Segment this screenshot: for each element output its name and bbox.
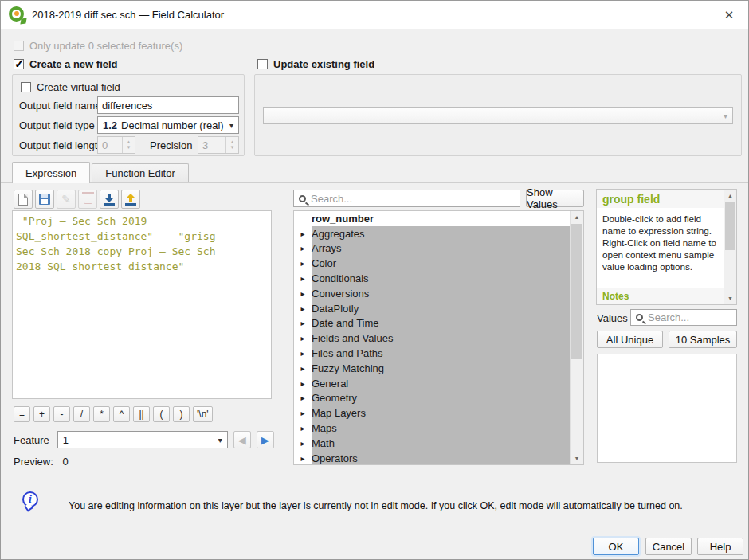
save-expression-button[interactable] — [35, 190, 54, 209]
values-search[interactable] — [630, 309, 737, 326]
expand-arrow-icon[interactable]: ▸ — [300, 409, 304, 417]
feature-select[interactable]: 1 ▾ — [57, 431, 228, 448]
export-expression-icon — [125, 194, 136, 206]
function-list: row_number▸Aggregates▸Arrays▸Color▸Condi… — [293, 210, 584, 465]
operator-button[interactable]: ) — [173, 406, 190, 422]
expression-toolbar: ✎ — [14, 190, 140, 209]
create-new-field-checkbox[interactable]: Create a new field — [14, 58, 118, 70]
precision-label: Precision — [150, 139, 192, 151]
feature-label: Feature — [14, 434, 49, 446]
operator-button[interactable]: + — [33, 406, 50, 422]
create-new-field-label: Create a new field — [29, 58, 118, 70]
operator-button[interactable]: - — [53, 406, 70, 422]
scroll-up-icon[interactable]: ▲ — [724, 190, 736, 202]
expand-arrow-icon[interactable]: ▸ — [300, 244, 304, 253]
update-existing-field-checkbox[interactable]: Update existing field — [257, 58, 374, 70]
expand-arrow-icon[interactable]: ▸ — [300, 349, 304, 358]
function-help-panel: group field Double-click to add field na… — [596, 189, 737, 305]
edit-expression-icon: ✎ — [61, 193, 71, 206]
function-group-conditionals[interactable]: ▸Conditionals — [294, 271, 570, 286]
expand-arrow-icon[interactable]: ▸ — [300, 259, 304, 268]
scroll-up-icon[interactable]: ▲ — [571, 211, 583, 223]
output-field-length-stepper[interactable]: 0 ▲▼ — [97, 136, 135, 154]
function-group-arrays[interactable]: ▸Arrays — [294, 241, 570, 257]
expand-arrow-icon[interactable]: ▸ — [300, 229, 304, 238]
tab-bar: ExpressionFunction Editor — [12, 163, 190, 183]
help-button[interactable]: Help — [697, 538, 743, 555]
expand-arrow-icon[interactable]: ▸ — [300, 454, 304, 463]
delete-expression-button — [78, 190, 97, 209]
function-group-fuzzy-matching[interactable]: ▸Fuzzy Matching — [294, 361, 570, 376]
expand-arrow-icon[interactable]: ▸ — [300, 364, 304, 373]
tree-gutter — [294, 211, 312, 226]
function-group-math[interactable]: ▸Math — [294, 436, 570, 451]
function-group-map-layers[interactable]: ▸Map Layers — [294, 405, 570, 421]
only-update-label: Only update 0 selected feature(s) — [29, 40, 182, 52]
operator-button[interactable]: ^ — [113, 406, 130, 422]
function-group-geometry[interactable]: ▸Geometry — [294, 391, 570, 406]
ok-button[interactable]: OK — [593, 538, 639, 555]
expand-arrow-icon[interactable]: ▸ — [300, 289, 304, 298]
values-search-input[interactable] — [648, 311, 731, 323]
scrollbar-thumb[interactable] — [571, 224, 582, 359]
export-expression-button[interactable] — [121, 190, 140, 209]
output-field-name-input[interactable]: differences — [97, 96, 239, 114]
expand-arrow-icon[interactable]: ▸ — [300, 304, 304, 313]
create-virtual-field-label: Create virtual field — [37, 81, 120, 93]
output-field-type-select[interactable]: 1.2 Decimal number (real) ▾ — [97, 116, 239, 134]
function-group-files-and-paths[interactable]: ▸Files and Paths — [294, 346, 570, 361]
checkbox-icon — [21, 82, 31, 92]
expand-arrow-icon[interactable]: ▸ — [300, 379, 304, 388]
cancel-button[interactable]: Cancel — [645, 538, 692, 555]
feature-value: 1 — [63, 434, 69, 446]
expand-arrow-icon[interactable]: ▸ — [300, 274, 304, 283]
tab-function-editor[interactable]: Function Editor — [92, 163, 188, 183]
operator-button[interactable]: * — [93, 406, 110, 422]
operator-button[interactable]: '\n' — [193, 406, 213, 422]
scroll-down-icon[interactable]: ▼ — [724, 292, 736, 304]
expression-editor[interactable]: "Proj — Sec Sch 2019 SQL_shortest_distan… — [12, 210, 272, 399]
feature-row: Feature 1 ▾ ◀ ▶ — [14, 431, 274, 448]
existing-field-select[interactable]: ▾ — [263, 107, 733, 124]
expand-arrow-icon[interactable]: ▸ — [300, 424, 304, 433]
function-group-dataplotly[interactable]: ▸DataPlotly — [294, 301, 570, 316]
operator-button[interactable]: = — [14, 406, 30, 422]
function-search[interactable] — [293, 190, 520, 207]
function-list-scrollbar[interactable]: ▲ ▼ — [570, 211, 583, 464]
values-list[interactable] — [597, 354, 737, 463]
function-group-date-and-time[interactable]: ▸Date and Time — [294, 316, 570, 331]
only-update-checkbox[interactable]: Only update 0 selected feature(s) — [14, 40, 182, 52]
operator-button[interactable]: ( — [153, 406, 170, 422]
function-group-aggregates[interactable]: ▸Aggregates — [294, 226, 570, 241]
ten-samples-button[interactable]: 10 Samples — [669, 331, 737, 348]
function-group-general[interactable]: ▸General — [294, 376, 570, 391]
expand-arrow-icon[interactable]: ▸ — [300, 334, 304, 343]
tab-expression[interactable]: Expression — [12, 162, 90, 183]
function-item-row-number[interactable]: row_number — [294, 211, 570, 226]
scroll-down-icon[interactable]: ▼ — [571, 452, 583, 464]
expand-arrow-icon[interactable]: ▸ — [300, 394, 304, 402]
help-scrollbar[interactable]: ▲ ▼ — [724, 190, 736, 304]
scrollbar-thumb[interactable] — [725, 202, 735, 250]
function-group-maps[interactable]: ▸Maps — [294, 421, 570, 436]
function-group-conversions[interactable]: ▸Conversions — [294, 286, 570, 301]
expand-arrow-icon[interactable]: ▸ — [300, 439, 304, 448]
edit-expression-button: ✎ — [57, 190, 76, 209]
operator-button[interactable]: || — [133, 406, 150, 422]
show-values-button[interactable]: Show Values — [526, 190, 584, 207]
expression-operator: - — [159, 230, 166, 242]
import-expression-button[interactable] — [100, 190, 119, 209]
function-group-color[interactable]: ▸Color — [294, 256, 570, 271]
new-expression-button[interactable] — [14, 190, 33, 209]
create-virtual-field-checkbox[interactable]: Create virtual field — [21, 81, 120, 93]
precision-stepper[interactable]: 3 ▲▼ — [198, 136, 239, 154]
all-unique-button[interactable]: All Unique — [597, 331, 663, 348]
function-group-operators[interactable]: ▸Operators — [294, 451, 570, 465]
function-group-fields-and-values[interactable]: ▸Fields and Values — [294, 331, 570, 346]
close-icon[interactable]: ✕ — [718, 8, 740, 22]
previous-feature-button[interactable]: ◀ — [233, 431, 251, 448]
expand-arrow-icon[interactable]: ▸ — [300, 319, 304, 327]
next-feature-button[interactable]: ▶ — [257, 431, 274, 448]
operator-button[interactable]: / — [73, 406, 90, 422]
function-search-input[interactable] — [311, 193, 515, 205]
